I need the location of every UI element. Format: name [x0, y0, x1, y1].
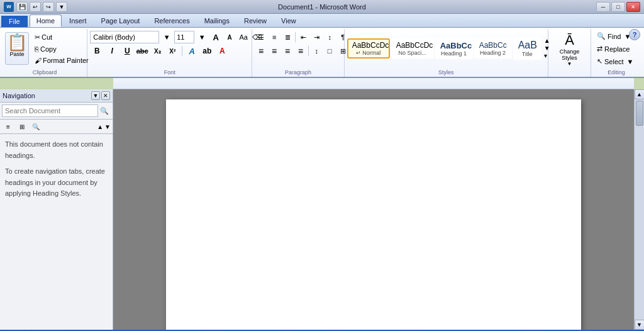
clipboard-group: 📋 Paste ✂ Cut ⎘ Copy 🖌 Format Painter Cl…: [3, 29, 87, 77]
format-painter-button[interactable]: 🖌 Format Painter: [31, 55, 92, 65]
scroll-up-button[interactable]: ▲: [635, 89, 645, 99]
nav-prev-button[interactable]: ▲: [97, 123, 103, 130]
font-name-dropdown[interactable]: ▼: [160, 31, 173, 43]
tab-references[interactable]: References: [147, 14, 196, 27]
font-color-button[interactable]: A: [215, 45, 229, 57]
italic-button[interactable]: I: [105, 45, 119, 57]
cut-button[interactable]: ✂ Cut: [31, 32, 92, 43]
tab-review[interactable]: Review: [237, 14, 274, 27]
scroll-track[interactable]: [635, 99, 644, 320]
style-nospacing-preview: AaBbCcDc: [396, 41, 429, 50]
font-name-input[interactable]: [90, 31, 159, 43]
search-input[interactable]: [2, 104, 98, 117]
separator: [182, 46, 182, 56]
clipboard-label: Clipboard: [3, 69, 87, 76]
nav-empty-message: This document does not contain headings.: [5, 139, 108, 161]
highlight-button[interactable]: ab: [200, 45, 214, 57]
navigation-controls: ▼ ✕: [91, 91, 110, 100]
document-area[interactable]: [113, 89, 634, 330]
minimize-button[interactable]: ─: [596, 2, 610, 12]
strikethrough-button[interactable]: abc: [135, 45, 149, 57]
nav-next-button[interactable]: ▼: [104, 123, 111, 130]
tab-page-layout[interactable]: Page Layout: [94, 14, 147, 27]
style-normal-label: ↵ Normal: [352, 50, 385, 56]
document-page[interactable]: [166, 99, 581, 330]
nav-browse-results[interactable]: 🔍: [30, 121, 42, 132]
format-painter-icon: 🖌: [35, 57, 42, 64]
text-effects-button[interactable]: A: [185, 45, 199, 57]
decrease-indent-button[interactable]: ⇤: [297, 31, 309, 43]
style-heading2[interactable]: AaBbCc Heading 2: [474, 38, 512, 59]
sort-button[interactable]: ↕: [323, 31, 336, 43]
qa-dropdown[interactable]: ▼: [56, 2, 67, 12]
change-styles-group-label: [548, 69, 591, 76]
style-normal-preview: AaBbCcDc: [352, 41, 385, 50]
font-size-input[interactable]: [174, 31, 194, 43]
save-qa-button[interactable]: 💾: [16, 2, 28, 12]
font-controls: ▼ ▼ A A Aa ⌫ B I U abc X₂ X² A: [90, 31, 264, 66]
tab-file[interactable]: File: [1, 16, 28, 27]
replace-button[interactable]: ⇄ Replace: [594, 43, 636, 55]
change-case-button[interactable]: Aa: [237, 31, 250, 43]
subscript-button[interactable]: X₂: [150, 45, 164, 57]
font-row-2: B I U abc X₂ X² A ab A: [90, 45, 264, 57]
navigation-header: Navigation ▼ ✕: [0, 89, 113, 103]
search-button[interactable]: 🔍: [98, 104, 111, 117]
style-heading1[interactable]: AaBbCc Heading 1: [435, 38, 473, 59]
cut-icon: ✂: [35, 33, 40, 42]
select-button[interactable]: ↖ Select ▼: [594, 55, 636, 67]
copy-button[interactable]: ⎘ Copy: [31, 44, 92, 54]
replace-icon: ⇄: [597, 45, 602, 53]
undo-qa-button[interactable]: ↩: [30, 2, 41, 12]
superscript-button[interactable]: X²: [165, 45, 179, 57]
align-center-button[interactable]: ≡: [268, 45, 280, 57]
style-normal[interactable]: AaBbCcDc ↵ Normal: [347, 38, 390, 59]
bullets-button[interactable]: ☰: [255, 31, 267, 43]
navigation-settings-button[interactable]: ▼: [91, 91, 100, 100]
increase-indent-button[interactable]: ⇥: [310, 31, 323, 43]
nav-hint: To create navigation tabs, create headin…: [5, 166, 108, 199]
navigation-content: This document does not contain headings.…: [0, 134, 113, 330]
paste-button[interactable]: 📋 Paste: [5, 32, 29, 65]
main-area: Navigation ▼ ✕ 🔍 ≡ ⊞ 🔍 ▲ ▼ This document…: [0, 89, 644, 330]
replace-label: Replace: [604, 45, 630, 53]
shrink-font-button[interactable]: A: [223, 31, 236, 43]
find-icon: 🔍: [597, 32, 606, 40]
maximize-button[interactable]: □: [611, 2, 625, 12]
tab-view[interactable]: View: [274, 14, 303, 27]
redo-qa-button[interactable]: ↪: [43, 2, 54, 12]
nav-browse-pages[interactable]: ⊞: [16, 121, 28, 132]
underline-button[interactable]: U: [120, 45, 134, 57]
font-row-1: ▼ ▼ A A Aa ⌫: [90, 31, 264, 43]
navigation-close-button[interactable]: ✕: [101, 91, 110, 100]
style-title-preview: AaB: [518, 40, 536, 51]
change-styles-dropdown-arrow: ▼: [567, 61, 572, 67]
navigation-search: 🔍: [0, 103, 113, 120]
change-styles-button[interactable]: Ā ChangeStyles ▼: [557, 30, 583, 69]
line-spacing-button[interactable]: ↕: [310, 45, 323, 57]
multilevel-button[interactable]: ≣: [281, 31, 294, 43]
style-no-spacing[interactable]: AaBbCcDc No Spaci...: [391, 38, 434, 59]
justify-button[interactable]: ≡: [294, 45, 307, 57]
style-heading2-label: Heading 2: [479, 50, 507, 56]
tab-insert[interactable]: Insert: [62, 14, 94, 27]
style-heading1-preview: AaBbCc: [440, 41, 468, 50]
help-button[interactable]: ?: [629, 29, 640, 40]
align-left-button[interactable]: ≡: [255, 45, 267, 57]
scroll-thumb[interactable]: [636, 101, 643, 126]
nav-browse-headings[interactable]: ≡: [2, 121, 14, 132]
tab-mailings[interactable]: Mailings: [197, 14, 236, 27]
select-dropdown-arrow: ▼: [627, 58, 634, 65]
ribbon: 📋 Paste ✂ Cut ⎘ Copy 🖌 Format Painter Cl…: [0, 28, 644, 78]
grow-font-button[interactable]: A: [209, 31, 222, 43]
close-button[interactable]: ✕: [626, 2, 640, 12]
bold-button[interactable]: B: [90, 45, 104, 57]
tab-home[interactable]: Home: [30, 14, 62, 27]
shading-button[interactable]: □: [323, 45, 336, 57]
app-icon: W: [4, 2, 14, 12]
numbering-button[interactable]: ≡: [268, 31, 280, 43]
align-right-button[interactable]: ≡: [281, 45, 294, 57]
font-size-dropdown[interactable]: ▼: [196, 31, 208, 43]
style-title[interactable]: AaB Title: [513, 37, 541, 60]
scroll-down-button[interactable]: ▼: [635, 320, 645, 330]
